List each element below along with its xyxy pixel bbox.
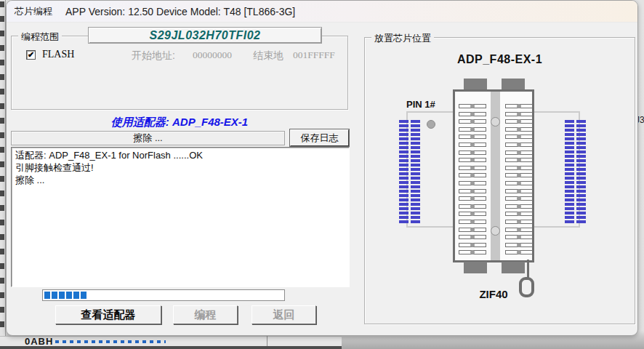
- pin-row: [459, 243, 486, 247]
- pin-row: [459, 166, 486, 170]
- bluebar: [411, 203, 420, 206]
- chip-programming-dialog: 芯片编程 APP Version: 12.50 Device Model: T4…: [6, 0, 638, 336]
- pseg: [73, 292, 79, 299]
- bluebar: [399, 207, 408, 210]
- bluebar: [399, 172, 408, 175]
- bluebar: [399, 155, 408, 158]
- pin-row: [459, 158, 486, 162]
- socket-hole-bottom: [491, 226, 500, 236]
- bluebar: [399, 177, 408, 180]
- bluebar: [411, 172, 420, 175]
- bluebar: [576, 168, 586, 171]
- socket-tab-bottom-left: [464, 262, 487, 273]
- bluebar: [399, 212, 408, 214]
- log-line: 引脚接触检查通过!: [15, 161, 345, 174]
- pin-row: [459, 196, 486, 201]
- bluebar: [576, 203, 586, 206]
- bluebar: [411, 212, 420, 214]
- pin-row: [505, 119, 533, 124]
- window-title: 芯片编程: [15, 5, 52, 18]
- bluebar: [565, 216, 574, 219]
- bluebar: [399, 146, 408, 149]
- programming-range-group: 编程范围: [11, 36, 348, 110]
- log-output-area[interactable]: 适配器: ADP_F48_EX-1 for NorFlash ......OK引…: [11, 147, 350, 287]
- bluebar: [576, 120, 586, 123]
- bluebar: [565, 151, 574, 153]
- bluebar: [411, 129, 420, 132]
- bluebar: [576, 133, 586, 136]
- bluebar: [411, 190, 420, 193]
- pin-row: [505, 196, 533, 201]
- bluebar: [565, 181, 574, 184]
- bluebar: [576, 194, 586, 197]
- bluebar: [399, 185, 408, 188]
- save-log-button[interactable]: 保存日志: [290, 129, 349, 146]
- pseg: [59, 292, 65, 299]
- start-address-value: 00000000: [193, 49, 232, 61]
- pin-row: [505, 112, 533, 116]
- operation-status-bar: 擦除 ...: [11, 131, 285, 145]
- progress-bar: [42, 289, 285, 301]
- chip-placement-label: 放置芯片位置: [371, 32, 434, 45]
- pseg: [81, 292, 86, 299]
- adapter-in-use-text: 使用适配器: ADP_F48-EX-1: [7, 116, 353, 129]
- bluebar: [565, 220, 574, 223]
- right-pin-header-strip: [565, 120, 586, 223]
- bluebar: [576, 159, 586, 162]
- pin-row: [459, 181, 486, 185]
- title-bar: 芯片编程 APP Version: 12.50 Device Model: T4…: [7, 1, 637, 23]
- bluebar: [399, 164, 408, 167]
- bluebar: [576, 190, 586, 193]
- bluebar: [565, 194, 574, 197]
- pin-row: [505, 220, 533, 224]
- pin-row: [459, 212, 486, 216]
- bluebar: [576, 181, 586, 184]
- programming-range-label: 编程范围: [18, 31, 62, 44]
- log-line: 擦除 ...: [15, 174, 345, 186]
- adapter-name-label: ADP_F48-EX-1: [364, 53, 635, 66]
- bluebar: [411, 151, 420, 153]
- bluebar: [565, 137, 574, 140]
- bluebar: [411, 220, 420, 223]
- bluebar: [565, 155, 574, 158]
- bluebar: [565, 120, 574, 123]
- background-dark-bar: [0, 346, 342, 349]
- pin-row: [505, 158, 533, 162]
- program-button[interactable]: 编程: [173, 305, 238, 324]
- view-adapter-button[interactable]: 查看适配器: [55, 305, 161, 324]
- bluebar: [576, 212, 586, 214]
- chip-name-panel: S29JL032H70TFI02: [88, 27, 322, 44]
- pin-row: [459, 189, 486, 193]
- bluebar: [399, 220, 408, 223]
- bluebar: [565, 129, 574, 132]
- bluebar: [565, 185, 574, 188]
- pin-row: [505, 135, 533, 139]
- bluebar: [411, 146, 420, 149]
- pin-row: [459, 119, 486, 124]
- pin-row: [459, 135, 486, 139]
- bluebar: [565, 190, 574, 193]
- bluebar: [411, 159, 420, 162]
- bluebar: [399, 137, 408, 140]
- pseg: [44, 292, 50, 299]
- pin-row: [505, 173, 533, 177]
- pin-row: [459, 173, 486, 177]
- bluebar: [565, 172, 574, 175]
- flash-checkbox[interactable]: ✔: [26, 50, 36, 60]
- pin-row: [505, 250, 533, 254]
- bluebar: [576, 172, 586, 175]
- bluebar: [411, 142, 420, 145]
- flash-checkbox-row[interactable]: ✔ FLASH: [26, 49, 74, 60]
- background-window-edge: [0, 0, 6, 349]
- bluebar: [399, 203, 408, 206]
- bluebar: [576, 142, 586, 145]
- left-pin-header-strip: [399, 120, 420, 223]
- bluebar: [399, 216, 408, 219]
- bluebar: [399, 151, 408, 153]
- pin-row: [505, 181, 533, 185]
- bluebar: [576, 137, 586, 140]
- socket-tab-top-left: [464, 79, 487, 90]
- bluebar: [565, 142, 574, 145]
- zif40-label: ZIF40: [453, 288, 534, 300]
- back-button[interactable]: 返回: [251, 305, 316, 324]
